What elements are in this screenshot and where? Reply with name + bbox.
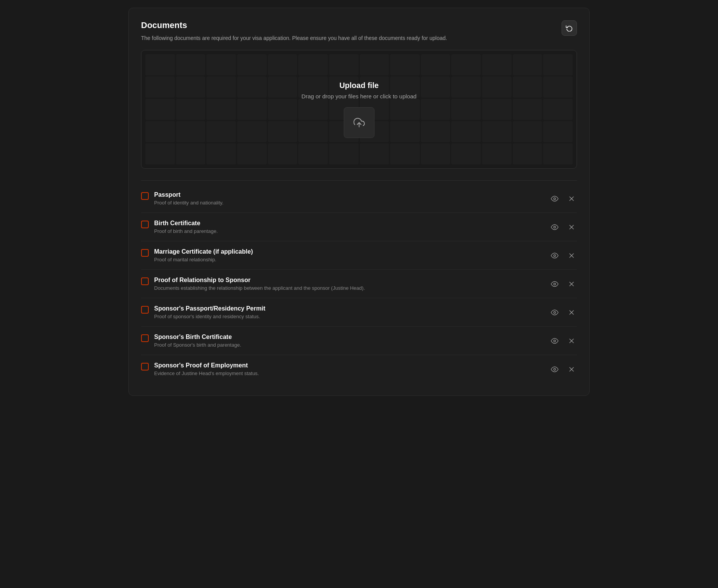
document-item: Proof of Relationship to Sponsor Documen… [141, 270, 577, 298]
grid-cell [206, 143, 236, 164]
grid-cell [237, 121, 267, 142]
grid-cell [451, 121, 481, 142]
close-icon [568, 280, 575, 288]
grid-cell [176, 143, 206, 164]
document-checkbox-proof-of-relationship[interactable] [141, 277, 149, 285]
document-checkbox-sponsor-passport[interactable] [141, 306, 149, 314]
grid-cell [237, 54, 267, 75]
documents-panel: Documents The following documents are re… [128, 8, 590, 396]
eye-icon [551, 280, 558, 288]
upload-subtitle: Drag or drop your files here or click to… [301, 93, 416, 100]
document-name-marriage-certificate: Marriage Certificate (if applicable) [154, 248, 253, 255]
document-actions-sponsor-employment [549, 364, 577, 375]
grid-cell [268, 76, 298, 98]
document-actions-birth-certificate [549, 222, 577, 233]
document-info-birth-certificate: Birth Certificate Proof of birth and par… [154, 220, 218, 234]
document-item: Birth Certificate Proof of birth and par… [141, 213, 577, 241]
close-icon [568, 365, 575, 373]
remove-button-sponsor-employment[interactable] [566, 364, 577, 375]
grid-cell [176, 99, 206, 120]
grid-cell [390, 143, 420, 164]
grid-cell [543, 121, 573, 142]
grid-cell [268, 54, 298, 75]
svg-point-13 [554, 311, 556, 313]
svg-point-16 [554, 340, 556, 342]
eye-icon [551, 195, 558, 203]
grid-cell [451, 143, 481, 164]
view-button-sponsor-passport[interactable] [549, 307, 560, 318]
grid-cell [482, 99, 512, 120]
upload-area[interactable]: Upload file Drag or drop your files here… [141, 50, 577, 169]
grid-cell [329, 54, 359, 75]
document-name-proof-of-relationship: Proof of Relationship to Sponsor [154, 277, 365, 284]
document-info-passport: Passport Proof of identity and nationali… [154, 191, 223, 206]
remove-button-proof-of-relationship[interactable] [566, 279, 577, 289]
remove-button-marriage-certificate[interactable] [566, 250, 577, 261]
close-icon [568, 309, 575, 316]
eye-icon [551, 337, 558, 345]
grid-cell [421, 121, 450, 142]
header-text: Documents The following documents are re… [141, 20, 447, 42]
grid-cell [145, 121, 175, 142]
grid-cell [360, 143, 389, 164]
grid-cell [451, 99, 481, 120]
document-checkbox-sponsor-birth-certificate[interactable] [141, 334, 149, 342]
grid-cell [268, 121, 298, 142]
grid-cell [421, 143, 450, 164]
view-button-proof-of-relationship[interactable] [549, 279, 560, 289]
document-info-sponsor-employment: Sponsor's Proof of Employment Evidence o… [154, 362, 259, 376]
document-desc-birth-certificate: Proof of birth and parentage. [154, 228, 218, 234]
grid-cell [513, 76, 542, 98]
document-info-sponsor-birth-certificate: Sponsor's Birth Certificate Proof of Spo… [154, 334, 241, 348]
document-checkbox-passport[interactable] [141, 192, 149, 200]
grid-cell [421, 54, 450, 75]
grid-cell [513, 143, 542, 164]
document-desc-sponsor-passport: Proof of sponsor's identity and residenc… [154, 314, 265, 319]
grid-cell [145, 54, 175, 75]
grid-cell [237, 99, 267, 120]
grid-cell [482, 76, 512, 98]
document-item: Sponsor's Birth Certificate Proof of Spo… [141, 327, 577, 355]
grid-cell [482, 54, 512, 75]
document-desc-proof-of-relationship: Documents establishing the relationship … [154, 285, 365, 291]
grid-cell [145, 143, 175, 164]
document-actions-marriage-certificate [549, 250, 577, 261]
remove-button-sponsor-birth-certificate[interactable] [566, 336, 577, 346]
document-list: Passport Proof of identity and nationali… [141, 184, 577, 383]
document-left-passport: Passport Proof of identity and nationali… [141, 191, 223, 206]
view-button-sponsor-birth-certificate[interactable] [549, 336, 560, 346]
panel-header: Documents The following documents are re… [141, 20, 577, 42]
svg-point-1 [554, 198, 556, 199]
remove-button-passport[interactable] [566, 193, 577, 204]
document-name-passport: Passport [154, 191, 223, 198]
grid-cell [298, 143, 328, 164]
view-button-birth-certificate[interactable] [549, 222, 560, 233]
grid-cell [206, 121, 236, 142]
document-checkbox-birth-certificate[interactable] [141, 221, 149, 228]
grid-cell [543, 99, 573, 120]
grid-cell [176, 54, 206, 75]
document-item: Passport Proof of identity and nationali… [141, 184, 577, 213]
page-description: The following documents are required for… [141, 34, 447, 42]
refresh-button[interactable] [562, 20, 577, 36]
upload-icon-box [344, 107, 374, 138]
close-icon [568, 195, 575, 203]
document-checkbox-sponsor-employment[interactable] [141, 363, 149, 370]
view-button-sponsor-employment[interactable] [549, 364, 560, 375]
svg-point-10 [554, 283, 556, 285]
remove-button-sponsor-passport[interactable] [566, 307, 577, 318]
view-button-passport[interactable] [549, 193, 560, 204]
remove-button-birth-certificate[interactable] [566, 222, 577, 233]
document-actions-sponsor-birth-certificate [549, 336, 577, 346]
grid-cell [543, 76, 573, 98]
grid-cell [390, 54, 420, 75]
grid-cell [145, 76, 175, 98]
upload-icon [353, 117, 365, 128]
document-desc-passport: Proof of identity and nationality. [154, 200, 223, 206]
close-icon [568, 337, 575, 345]
document-checkbox-marriage-certificate[interactable] [141, 249, 149, 257]
document-item: Sponsor's Proof of Employment Evidence o… [141, 355, 577, 383]
view-button-marriage-certificate[interactable] [549, 250, 560, 261]
eye-icon [551, 252, 558, 259]
grid-cell [543, 143, 573, 164]
